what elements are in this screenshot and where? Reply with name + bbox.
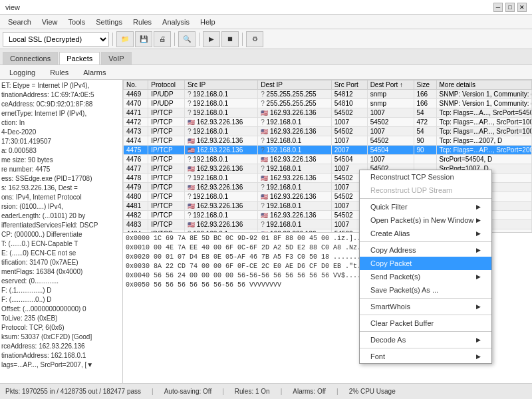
context-menu-separator [360,331,491,332]
maximize-button[interactable]: □ [505,3,515,12]
table-row[interactable]: 4474 IP/TCP 🇺🇸 162.93.226.136 ? 192.168.… [124,136,532,146]
status-bar: Pkts: 1970255 in / 4128735 out / 182477 … [0,383,532,399]
toolbar: Local SSL (Decrypted) 📁 💾 🖨 🔍 ▶ ⏹ ⚙ [0,29,532,49]
cell-dest-ip: 🇺🇸 162.93.226.136 [258,174,331,183]
adapter-dropdown[interactable]: Local SSL (Decrypted) [3,32,109,47]
context-menu-label: Reconstruct TCP Session [370,173,454,181]
menu-tools[interactable]: Tools [63,17,91,27]
cell-dest-ip: 🇺🇸 162.93.226.136 [258,211,331,220]
left-panel-line: F: (.............0..) D [1,295,121,305]
context-menu-item[interactable]: Reconstruct UDP Stream [360,184,491,197]
minimize-button[interactable]: ─ [493,3,503,12]
cell-no: 4475 [124,146,148,155]
toolbar-btn-open[interactable]: 📁 [116,31,134,47]
left-panel-line: ess: SSEdge.exe (PID=17708) [1,174,121,184]
col-details[interactable]: More details [436,80,532,90]
menu-analysis[interactable]: Analysis [157,17,195,27]
context-menu-item[interactable]: Clear Packet Buffer [360,317,491,330]
left-panel-line: 17:30:01.419507 [1,137,121,146]
toolbar-sep-1 [112,33,113,46]
close-button[interactable]: ✕ [517,3,527,12]
table-row[interactable]: 4471 IP/TCP ? 192.168.0.1 🇺🇸 162.93.226.… [124,108,532,118]
menu-view[interactable]: View [37,17,63,27]
toolbar-btn-print[interactable]: 🖨 [154,31,171,47]
subtab-rules[interactable]: Rules [43,67,75,78]
context-menu-item[interactable]: Create Alias▶ [360,227,491,240]
context-menu-item[interactable]: Copy Packet [360,257,491,270]
cell-dest-port: 1007 [367,127,414,136]
table-row[interactable]: 4475 IP/TCP 🇺🇸 162.93.226.136 ? 192.168.… [124,146,532,155]
cell-dest-ip: ? 192.168.0.1 [258,146,331,155]
menu-help[interactable]: Help [195,17,221,27]
context-menu-separator [360,348,491,348]
left-panel-line: eaderLength: (...0101) 20 by [1,211,121,221]
table-row[interactable]: 4470 IP/UDP ? 192.168.0.1 ? 255.255.255.… [124,99,532,108]
cell-size: 472 [414,118,436,127]
context-menu-label: Create Alias [370,229,410,237]
cell-no: 4480 [124,192,148,201]
cell-dest-ip: ? 192.168.0.1 [258,136,331,146]
menu-rules[interactable]: Rules [128,17,157,27]
context-menu-item[interactable]: Save Packet(s) As ... [360,283,491,297]
col-src-ip[interactable]: Src IP [184,80,257,90]
cell-src-ip: ? 192.168.0.1 [184,90,257,99]
cell-dest-port: 1007 [367,155,414,164]
cell-protocol: IP/TCP [148,192,185,201]
context-menu-item[interactable]: Decode As▶ [360,333,491,346]
menu-search[interactable]: Search [3,17,37,27]
toolbar-sep-3 [199,33,200,46]
cell-size: 166 [414,90,436,99]
cell-src-ip: 🇺🇸 162.93.226.136 [184,136,257,146]
left-panel-line: T: (......0.) ECN-Capable T [1,239,121,249]
tab-bar: Connections Packets VoIP [0,49,532,65]
toolbar-sep-2 [174,33,175,46]
context-menu-item[interactable]: SmartWhois▶ [360,300,491,313]
cell-dest-ip: 🇺🇸 162.93.226.136 [258,108,331,118]
context-menu-item[interactable]: Font▶ [360,350,491,363]
context-menu-item[interactable]: Reconstruct TCP Session [360,170,491,184]
subtab-logging[interactable]: Logging [3,67,42,78]
col-src-port[interactable]: Src Port [331,80,367,90]
toolbar-btn-search[interactable]: 🔍 [178,31,196,47]
table-row[interactable]: 4476 IP/TCP ? 192.168.0.1 🇺🇸 162.93.226.… [124,155,532,164]
context-menu-label: Open Packet(s) in New Window [370,216,473,224]
cell-dest-port: snmp [367,99,414,108]
toolbar-btn-settings[interactable]: ⚙ [246,31,263,47]
status-rules: Rules: 1 On [235,388,270,395]
table-row[interactable]: 4473 IP/TCP ? 192.168.0.1 🇺🇸 162.93.226.… [124,127,532,136]
submenu-arrow: ▶ [476,230,481,237]
col-no[interactable]: No. [124,80,148,90]
title-text: view [5,3,493,11]
cell-size: 54 [414,108,436,118]
context-menu-label: Quick Filter [370,203,408,211]
cell-src-port: 2007 [331,146,367,155]
left-panel-line: ET: Etype = Internet IP (IPv4), [1,81,121,90]
tab-connections[interactable]: Connections [3,52,58,65]
cell-no: 4478 [124,174,148,183]
cell-dest-ip: ? 255.255.255.255 [258,90,331,99]
table-row[interactable]: 4472 IP/TCP 🇺🇸 162.93.226.136 ? 192.168.… [124,118,532,127]
toolbar-btn-capture[interactable]: ▶ [203,31,220,47]
cell-protocol: IP/TCP [148,211,185,220]
left-panel-line: 4-Dec-2020 [1,128,121,137]
cell-protocol: IP/TCP [148,164,185,174]
table-row[interactable]: 4469 IP/UDP ? 192.168.0.1 ? 255.255.255.… [124,90,532,99]
col-dest-ip[interactable]: Dest IP [258,80,331,90]
context-menu-item[interactable]: Send Packet(s)▶ [360,270,491,283]
cell-protocol: IP/TCP [148,174,185,183]
toolbar-btn-save[interactable]: 💾 [135,31,152,47]
subtab-alarms[interactable]: Alarms [76,67,112,78]
cell-protocol: IP/UDP [148,99,185,108]
tab-packets[interactable]: Packets [59,52,100,65]
context-menu-item[interactable]: Copy Address▶ [360,243,491,257]
cell-details: Tcp: Flags=...AP..., SrcPort=1007, D [436,118,532,127]
cell-dest-port: 54502 [367,136,414,146]
context-menu-item[interactable]: Quick Filter▶ [360,200,491,213]
col-dest-port[interactable]: Dest Port ↑ [367,80,414,90]
col-size[interactable]: Size [414,80,436,90]
col-protocol[interactable]: Protocol [148,80,185,90]
toolbar-btn-stop[interactable]: ⏹ [221,31,239,47]
tab-voip[interactable]: VoIP [101,52,131,65]
menu-settings[interactable]: Settings [90,17,128,27]
context-menu-item[interactable]: Open Packet(s) in New Window▶ [360,213,491,227]
